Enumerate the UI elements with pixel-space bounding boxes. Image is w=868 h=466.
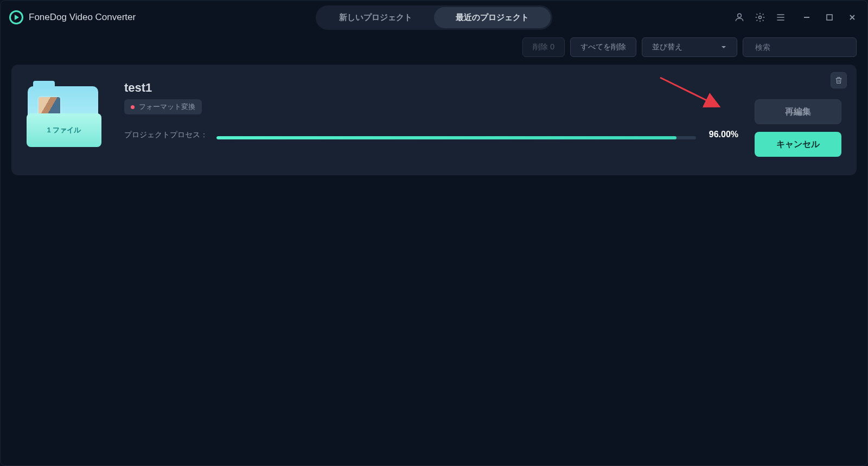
project-card: 1 ファイル test1 フォーマット変換 プロジェクトプロセス： 96.00%… xyxy=(11,65,857,175)
svg-rect-2 xyxy=(827,15,832,20)
project-tabs: 新しいプロジェクト 最近のプロジェクト xyxy=(316,5,552,30)
progress-row: プロジェクトプロセス： 96.00% xyxy=(124,130,738,140)
project-body: test1 フォーマット変換 プロジェクトプロセス： 96.00% xyxy=(124,80,738,157)
projects-toolbar: 削除 0 すべてを削除 並び替え xyxy=(1,34,867,65)
chevron-down-icon xyxy=(720,44,727,50)
window-controls xyxy=(800,11,859,24)
cancel-button[interactable]: キャンセル xyxy=(755,132,841,157)
tab-recent-projects[interactable]: 最近のプロジェクト xyxy=(434,7,551,28)
badge-label: フォーマット変換 xyxy=(139,102,195,112)
project-actions: 再編集 キャンセル xyxy=(755,99,841,157)
project-title: test1 xyxy=(124,81,738,95)
file-count-label: 1 ファイル xyxy=(47,125,81,135)
svg-point-1 xyxy=(759,16,762,19)
app-header: FoneDog Video Converter 新しいプロジェクト 最近のプロジ… xyxy=(1,1,867,34)
search-input[interactable] xyxy=(754,42,851,52)
header-controls xyxy=(733,11,859,24)
sort-dropdown[interactable]: 並び替え xyxy=(642,37,737,57)
menu-icon[interactable] xyxy=(774,11,787,24)
app-title: FoneDog Video Converter xyxy=(29,12,136,23)
play-logo-icon xyxy=(9,10,23,24)
delete-project-button[interactable] xyxy=(831,72,847,88)
close-button[interactable] xyxy=(846,11,859,24)
gear-icon[interactable] xyxy=(754,11,767,24)
progress-label: プロジェクトプロセス： xyxy=(124,130,208,140)
project-type-badge: フォーマット変換 xyxy=(124,99,202,114)
app-logo: FoneDog Video Converter xyxy=(9,10,136,24)
delete-selected-button[interactable]: 削除 0 xyxy=(522,37,565,57)
account-icon[interactable] xyxy=(733,11,746,24)
projects-list: 1 ファイル test1 フォーマット変換 プロジェクトプロセス： 96.00%… xyxy=(1,65,867,175)
tab-new-project[interactable]: 新しいプロジェクト xyxy=(317,7,434,28)
trash-icon xyxy=(834,76,843,85)
progress-percent: 96.00% xyxy=(709,130,738,139)
search-field[interactable] xyxy=(743,37,857,57)
delete-all-button[interactable]: すべてを削除 xyxy=(570,37,636,57)
maximize-button[interactable] xyxy=(823,11,836,24)
progress-bar xyxy=(216,136,696,139)
svg-point-0 xyxy=(738,14,742,17)
reedit-button[interactable]: 再編集 xyxy=(755,99,841,124)
progress-fill xyxy=(216,136,676,139)
minimize-button[interactable] xyxy=(800,11,813,24)
project-thumbnail: 1 ファイル xyxy=(27,82,108,147)
sort-dropdown-label: 並び替え xyxy=(652,42,682,52)
